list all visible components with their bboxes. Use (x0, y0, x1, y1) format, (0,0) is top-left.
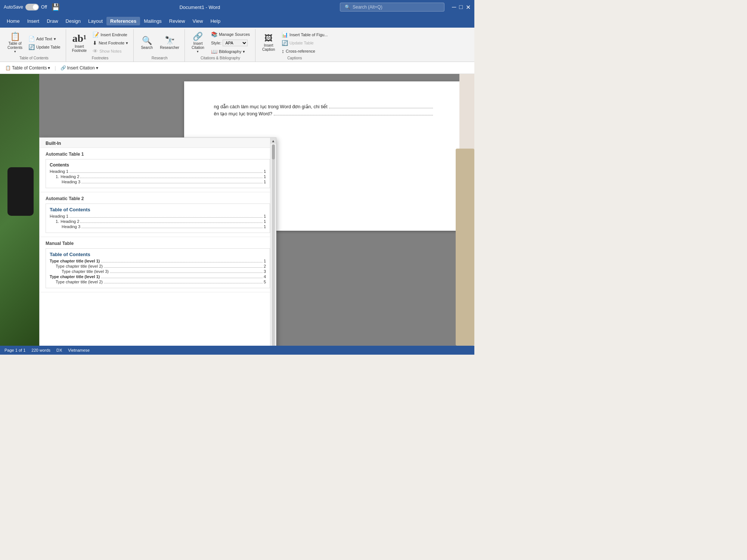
table-fig-icon: 📊 (282, 32, 288, 38)
show-notes-label: Show Notes (99, 49, 121, 53)
m-line4-page: 5 (264, 280, 266, 284)
table-of-contents-button[interactable]: 📋 Table ofContents ▾ (5, 31, 25, 55)
global-search[interactable]: 🔍 (340, 3, 444, 12)
insert-citation-toolbar[interactable]: 🔗 Insert Citation ▾ (58, 65, 100, 71)
m-line3-label: Type chapter title (level 1) (50, 274, 100, 279)
line0-dots (69, 172, 263, 173)
research-group-label: Research (137, 55, 182, 60)
insert-caption-button[interactable]: 🖼 InsertCaption (259, 33, 278, 53)
next-footnote-arrow: ▾ (126, 41, 128, 46)
save-icon[interactable]: 💾 (52, 3, 60, 11)
m-line0-dots (101, 262, 263, 262)
line2-label: Heading 3 (62, 180, 80, 184)
manual-line-4: Type chapter title (level 2) 5 (50, 280, 266, 284)
citation-subbuttons: 📚 Manage Sources Style: APA MLA Chicago … (209, 31, 252, 55)
style-dropdown[interactable]: APA MLA Chicago (223, 40, 248, 46)
automatic-table-2-option[interactable]: Automatic Table 2 Table of Contents Head… (40, 192, 276, 237)
maximize-button[interactable]: □ (459, 4, 463, 11)
update-table-label: Update Table (36, 45, 61, 49)
table-fig-label: Insert Table of Figu... (289, 32, 328, 37)
scroll-up-arrow[interactable]: ▲ (270, 138, 276, 144)
show-notes-button: 👁 Show Notes (90, 47, 130, 55)
style-prefix-label: Style: (211, 41, 221, 45)
citation-label: InsertCitation (192, 41, 204, 50)
next-footnote-button[interactable]: ⬇ Next Footnote ▾ (90, 39, 130, 47)
auto-table-1-heading: Contents (50, 162, 266, 168)
autosave-control[interactable]: AutoSave Off (4, 4, 47, 10)
citation-arrow: ▾ (197, 50, 199, 53)
cross-ref-icon: ↕ (282, 48, 284, 54)
m-line3-dots (101, 278, 263, 278)
doc-line-1: ng dẫn cách làm mục lục trong Word đơn g… (214, 104, 434, 109)
automatic-table-1-option[interactable]: Automatic Table 1 Contents Heading 1 1 1… (40, 148, 276, 192)
m-line2-dots (110, 273, 263, 273)
insert-citation-button[interactable]: 🔗 InsertCitation ▾ (189, 31, 207, 55)
bibliography-arrow: ▾ (243, 49, 245, 54)
style-selector[interactable]: Style: APA MLA Chicago (209, 39, 252, 47)
manual-table-option[interactable]: Manual Table Table of Contents Type chap… (40, 237, 276, 292)
global-search-input[interactable] (353, 4, 427, 10)
menu-mailings[interactable]: Mailings (140, 17, 165, 25)
manual-line-0: Type chapter title (level 1) 1 (50, 259, 266, 263)
app-window: AutoSave Off 💾 Document1 - Word 🔍 ─ □ ✕ … (0, 0, 474, 355)
scroll-track (272, 144, 275, 346)
doc-text-1: ng dẫn cách làm mục lục trong Word đơn g… (214, 104, 328, 109)
ribbon-research-buttons: 🔍 Search 🔭 Researcher (137, 31, 182, 55)
dropdown-scrollbar[interactable]: ▲ ▼ (270, 138, 276, 346)
menu-insert[interactable]: Insert (24, 17, 43, 25)
toc-subbutttons: 📄 Add Text ▾ 🔄 Update Table (26, 35, 63, 51)
insert-footnote-button[interactable]: ab¹ InsertFootnote (70, 32, 89, 54)
menu-review[interactable]: Review (165, 17, 189, 25)
menu-view[interactable]: View (189, 17, 207, 25)
toc-dropdown-menu: Built-In Automatic Table 1 Contents Head… (39, 137, 276, 346)
close-button[interactable]: ✕ (466, 4, 471, 11)
background-right (459, 74, 474, 346)
doc-line-2: ên tạo mục lục trong Word? (214, 111, 434, 116)
cross-ref-label: Cross-reference (286, 49, 315, 53)
add-text-button[interactable]: 📄 Add Text ▾ (26, 35, 63, 43)
m-line1-dots (104, 267, 263, 268)
researcher-label: Researcher (160, 46, 179, 50)
manage-sources-button[interactable]: 📚 Manage Sources (209, 31, 252, 38)
m-line0-page: 1 (264, 259, 266, 263)
titlebar: AutoSave Off 💾 Document1 - Word 🔍 ─ □ ✕ (0, 0, 474, 14)
m-line4-label: Type chapter title (level 2) (56, 280, 103, 284)
ribbon-footnotes-group: ab¹ InsertFootnote 📝 Insert Endnote ⬇ Ne… (67, 29, 134, 62)
autosave-toggle[interactable] (25, 4, 39, 10)
auto-table-2-title: Automatic Table 2 (46, 196, 270, 201)
menu-home[interactable]: Home (3, 17, 24, 25)
bibliography-button[interactable]: 📖 Bibliography ▾ (209, 48, 252, 55)
autosave-off-label: Off (41, 4, 47, 10)
menu-design[interactable]: Design (62, 17, 84, 25)
researcher-button[interactable]: 🔭 Researcher (158, 35, 182, 51)
keyboard-decoration (456, 149, 474, 346)
menu-help[interactable]: Help (207, 17, 224, 25)
insert-table-fig-button[interactable]: 📊 Insert Table of Figu... (279, 31, 330, 38)
auto-table-1-title: Automatic Table 1 (46, 152, 270, 157)
auto-table-2-heading: Table of Contents (50, 207, 266, 212)
page-info: Page 1 of 1 (4, 348, 25, 352)
update-table-icon: 🔄 (28, 44, 35, 50)
cross-reference-button[interactable]: ↕ Cross-reference (279, 47, 330, 55)
auto-table-2-preview: Table of Contents Heading 1 1 1. Heading… (46, 203, 270, 233)
word-count: 220 words (31, 348, 50, 352)
ribbon-captions-group: 🖼 InsertCaption 📊 Insert Table of Figu..… (256, 29, 333, 62)
toc-icon: 📋 (10, 32, 20, 41)
scroll-thumb[interactable] (272, 144, 275, 159)
insert-endnote-button[interactable]: 📝 Insert Endnote (90, 31, 130, 38)
t2-line2-dots (81, 228, 263, 228)
m-line3-page: 4 (264, 274, 266, 279)
toc-group-label: Table of Contents (5, 55, 63, 60)
menu-draw[interactable]: Draw (43, 17, 62, 25)
search-button[interactable]: 🔍 Search (137, 35, 156, 51)
menu-references[interactable]: References (106, 17, 140, 25)
m-line4-dots (104, 283, 263, 283)
update-table-button[interactable]: 🔄 Update Table (26, 43, 63, 51)
minimize-button[interactable]: ─ (452, 4, 456, 11)
ribbon-citations-group: 🔗 InsertCitation ▾ 📚 Manage Sources Styl… (186, 29, 255, 62)
toc-toolbar-button[interactable]: 📋 Table of Contents ▾ (3, 65, 52, 71)
bibliography-label: Bibliography (219, 49, 242, 54)
dropdown-scroll-area: Built-In Automatic Table 1 Contents Head… (40, 138, 276, 346)
menu-layout[interactable]: Layout (84, 17, 106, 25)
line2-page: 1 (264, 180, 266, 184)
